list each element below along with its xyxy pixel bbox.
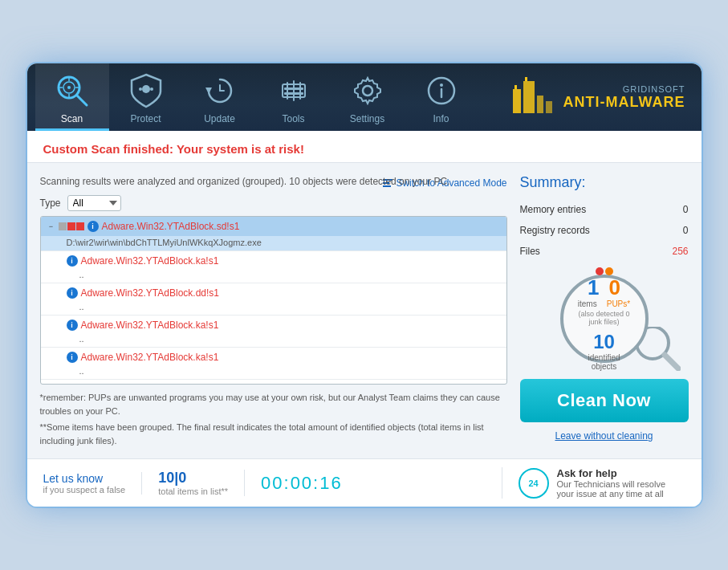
threat-name-4: Adware.Win32.YTAdBlock.ka!s1 bbox=[81, 352, 500, 363]
result-path-0: D:\wir2\wir\win\bdChTTLMyiUnlWKkqXJogmz.… bbox=[41, 236, 506, 250]
result-row-4[interactable]: i Adware.Win32.YTAdBlock.ka!s1 bbox=[41, 348, 506, 364]
footer-item-count: 10|0 total items in list** bbox=[142, 470, 245, 496]
magnifier-circle: 1 0 items PUPs* (also detected 0 junk fi… bbox=[560, 275, 649, 363]
result-path-3: .. bbox=[41, 332, 506, 347]
collapse-icon: − bbox=[47, 222, 55, 230]
summary-registry-row: Registry records 0 bbox=[520, 225, 689, 236]
right-panel: Summary: Memory entries 0 Registry recor… bbox=[520, 174, 689, 447]
svg-point-22 bbox=[440, 83, 443, 87]
nav-item-info[interactable]: Info bbox=[405, 63, 478, 131]
brand-bottom: ANTI-MALWARE bbox=[563, 94, 685, 111]
registry-label: Registry records bbox=[520, 225, 590, 236]
threat-info-icon[interactable]: i bbox=[87, 221, 99, 232]
content-area: Custom Scan finished: Your system is at … bbox=[27, 131, 702, 458]
block-red2 bbox=[76, 222, 84, 230]
footer-let-us-sub: if you suspect a false bbox=[43, 485, 126, 495]
mag-pups-num: 0 bbox=[609, 277, 620, 298]
summary-files-row: Files 256 bbox=[520, 246, 689, 257]
result-group-2: i Adware.Win32.YTAdBlock.dd!s1 .. bbox=[41, 283, 506, 316]
results-list[interactable]: − i Adware.Win32.YTAdBlock.sd!s1 D:\wir2… bbox=[40, 216, 507, 385]
svg-line-2 bbox=[77, 96, 87, 105]
threat-info-icon-2[interactable]: i bbox=[67, 287, 78, 299]
footer-help-text: Ask for help Our Technicians will resolv… bbox=[557, 467, 669, 499]
svg-rect-29 bbox=[525, 77, 527, 81]
svg-point-10 bbox=[150, 88, 153, 91]
svg-marker-11 bbox=[205, 88, 212, 94]
nav-protect-label: Protect bbox=[130, 113, 161, 124]
info-icon bbox=[422, 71, 461, 110]
mag-also: (also detected 0 junk files) bbox=[578, 310, 629, 326]
svg-rect-26 bbox=[537, 96, 543, 113]
nav-bar: Scan Protect bbox=[35, 63, 478, 131]
mag-identified-num: 10 bbox=[588, 331, 620, 353]
brand-area: GRIDINSOFT ANTI-MALWARE bbox=[501, 63, 693, 131]
protect-icon bbox=[127, 71, 165, 110]
result-path-4: .. bbox=[41, 364, 506, 379]
brand-text: GRIDINSOFT ANTI-MALWARE bbox=[563, 84, 685, 111]
result-path-1: .. bbox=[41, 268, 506, 283]
result-group-3: i Adware.Win32.YTAdBlock.ka!s1 .. bbox=[41, 316, 506, 348]
threat-info-icon-1[interactable]: i bbox=[67, 255, 78, 267]
nav-item-scan[interactable]: Scan bbox=[35, 63, 109, 131]
magnifier-area: 1 0 items PUPs* (also detected 0 junk fi… bbox=[520, 267, 689, 371]
footer-ask-help: Ask for help bbox=[557, 467, 669, 479]
summary-title: Summary: bbox=[520, 174, 689, 191]
footer-help-sub: Our Technicians will resolve your issue … bbox=[557, 479, 669, 499]
footer-count-label: total items in list** bbox=[158, 487, 228, 496]
mag-items-num: 1 bbox=[588, 277, 599, 298]
nav-item-settings[interactable]: Settings bbox=[331, 63, 405, 131]
footer: Let us know if you suspect a false 10|0 … bbox=[27, 458, 702, 507]
result-group-4: i Adware.Win32.YTAdBlock.ka!s1 .. bbox=[41, 348, 506, 380]
files-label: Files bbox=[520, 246, 540, 257]
header: Scan Protect bbox=[27, 63, 702, 131]
threat-info-icon-4[interactable]: i bbox=[67, 352, 78, 363]
mag-identified-label: identifiedobjects bbox=[588, 353, 620, 371]
mag-dots bbox=[596, 267, 613, 275]
svg-point-20 bbox=[363, 86, 372, 96]
result-row-2[interactable]: i Adware.Win32.YTAdBlock.dd!s1 bbox=[41, 283, 506, 300]
nav-scan-label: Scan bbox=[61, 113, 83, 124]
threat-name-0: Adware.Win32.YTAdBlock.sd!s1 bbox=[102, 221, 500, 232]
clean-now-button[interactable]: Clean Now bbox=[520, 379, 689, 422]
scan-title-static: Custom Scan finished: bbox=[43, 142, 177, 156]
filter-bar: Type All Threats PUPs Junk bbox=[40, 195, 507, 211]
threat-name-1: Adware.Win32.YTAdBlock.ka!s1 bbox=[81, 255, 500, 267]
svg-point-8 bbox=[142, 85, 150, 93]
files-val: 256 bbox=[672, 246, 688, 257]
footer-let-us-label[interactable]: Let us know bbox=[43, 472, 104, 485]
results-list-wrap: − i Adware.Win32.YTAdBlock.sd!s1 D:\wir2… bbox=[40, 216, 507, 385]
svg-rect-25 bbox=[523, 81, 535, 113]
footer-help-section: 24 Ask for help Our Technicians will res… bbox=[502, 467, 685, 499]
registry-val: 0 bbox=[683, 225, 689, 236]
nav-item-update[interactable]: Update bbox=[183, 63, 257, 131]
block-red bbox=[67, 222, 75, 230]
result-row-1[interactable]: i Adware.Win32.YTAdBlock.ka!s1 bbox=[41, 251, 506, 268]
mag-items-label: items bbox=[578, 299, 597, 308]
footer-count-display: 10|0 bbox=[158, 470, 186, 487]
scan-title-bar: Custom Scan finished: Your system is at … bbox=[27, 131, 702, 163]
help-icon[interactable]: 24 bbox=[519, 468, 549, 499]
svg-rect-24 bbox=[513, 89, 521, 113]
threat-name-2: Adware.Win32.YTAdBlock.dd!s1 bbox=[81, 287, 500, 299]
settings-icon bbox=[348, 71, 387, 110]
scan-info-text: Scanning results were analyzed and organ… bbox=[40, 174, 507, 189]
footer-timer: 00:00:16 bbox=[261, 473, 343, 494]
nav-item-tools[interactable]: Tools bbox=[257, 63, 331, 131]
result-row-0[interactable]: − i Adware.Win32.YTAdBlock.sd!s1 bbox=[41, 217, 506, 236]
left-panel: Scanning results were analyzed and organ… bbox=[40, 174, 507, 447]
leave-without-cleaning-link[interactable]: Leave without cleaning bbox=[520, 430, 689, 442]
summary-memory-row: Memory entries 0 bbox=[520, 204, 689, 215]
result-row-3[interactable]: i Adware.Win32.YTAdBlock.ka!s1 bbox=[41, 316, 506, 332]
filter-type-select[interactable]: All Threats PUPs Junk bbox=[67, 195, 121, 211]
threat-info-icon-3[interactable]: i bbox=[67, 320, 78, 331]
footer-let-us-know: Let us know if you suspect a false bbox=[43, 472, 143, 495]
brand-top: GRIDINSOFT bbox=[563, 84, 685, 94]
brand-icon bbox=[509, 73, 557, 121]
block-gray bbox=[59, 222, 67, 230]
update-icon bbox=[201, 71, 239, 110]
nav-item-protect[interactable]: Protect bbox=[109, 63, 183, 131]
svg-point-9 bbox=[139, 88, 142, 91]
main-area: Scanning results were analyzed and organ… bbox=[27, 163, 702, 458]
scan-title-risk: Your system is at risk! bbox=[177, 142, 304, 156]
footnotes: *remember: PUPs are unwanted programs yo… bbox=[40, 391, 507, 447]
